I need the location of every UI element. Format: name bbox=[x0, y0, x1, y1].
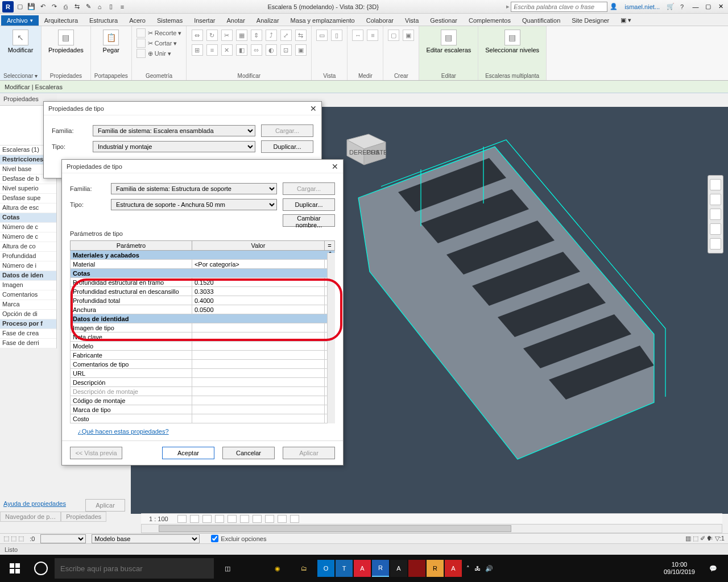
create-icon[interactable]: ▢ bbox=[388, 30, 399, 41]
more-icon[interactable]: ≡ bbox=[117, 2, 127, 12]
network-icon[interactable]: 🖧 bbox=[474, 565, 481, 572]
close-icon[interactable]: ✕ bbox=[332, 162, 338, 171]
tool-icon[interactable]: ▦ bbox=[236, 30, 247, 41]
sync-icon[interactable]: ⇆ bbox=[72, 2, 82, 12]
vc-icon[interactable] bbox=[177, 515, 187, 523]
taskbar-search-input[interactable] bbox=[55, 558, 214, 579]
tab-overflow[interactable]: ▣ ▾ bbox=[615, 15, 637, 26]
save-icon[interactable]: 💾 bbox=[26, 2, 36, 12]
select-levels-button[interactable]: ▤Seleccionar niveles bbox=[482, 27, 543, 56]
view-scale[interactable]: 1 : 100 bbox=[143, 516, 174, 522]
nav-look-icon[interactable] bbox=[710, 238, 721, 250]
volume-icon[interactable]: 🔊 bbox=[485, 565, 493, 572]
preview-button[interactable]: << Vista previa bbox=[70, 447, 122, 459]
app-icon[interactable] bbox=[408, 560, 425, 577]
app-icon[interactable]: A bbox=[390, 560, 407, 577]
ok-button[interactable]: Aceptar bbox=[162, 447, 214, 459]
chrome-icon[interactable]: ◉ bbox=[265, 556, 290, 581]
task-view-icon[interactable]: ◫ bbox=[215, 556, 240, 581]
tab-estructura[interactable]: Estructura bbox=[84, 15, 123, 26]
close-icon[interactable]: ✕ bbox=[715, 2, 726, 12]
redo-icon[interactable]: ↷ bbox=[49, 2, 59, 12]
vc-icon[interactable] bbox=[215, 515, 224, 523]
tool-icon[interactable]: ◐ bbox=[266, 44, 277, 56]
tab-sitedesigner[interactable]: Site Designer bbox=[566, 15, 615, 26]
tab-properties[interactable]: Propiedades bbox=[61, 512, 106, 522]
family-select[interactable]: Familia de sistema: Escalera ensamblada bbox=[93, 125, 255, 136]
duplicate-button[interactable]: Duplicar... bbox=[283, 198, 335, 211]
cancel-button[interactable]: Cancelar bbox=[222, 447, 275, 459]
tab-arquitectura[interactable]: Arquitectura bbox=[39, 15, 84, 26]
3d-icon[interactable]: ⌂ bbox=[94, 2, 105, 12]
apply-properties-button[interactable]: Aplicar bbox=[85, 499, 125, 512]
undo-icon[interactable]: ↶ bbox=[38, 2, 48, 12]
tool-icon[interactable]: ⇆ bbox=[295, 30, 307, 41]
outlook-icon[interactable]: O bbox=[317, 560, 334, 577]
vc-icon[interactable] bbox=[240, 515, 249, 523]
tab-vista[interactable]: Vista bbox=[399, 15, 424, 26]
tab-acero[interactable]: Acero bbox=[123, 15, 151, 26]
type-select[interactable]: Industrial y montaje bbox=[93, 141, 255, 152]
vc-icon[interactable] bbox=[278, 515, 287, 523]
tab-analizar[interactable]: Analizar bbox=[251, 15, 285, 26]
workset-select[interactable] bbox=[40, 534, 86, 543]
rename-button[interactable]: Cambiar nombre... bbox=[283, 214, 335, 227]
measure-icon[interactable]: ✎ bbox=[83, 2, 93, 12]
family-select[interactable]: Familia de sistema: Estructura de soport… bbox=[111, 183, 277, 194]
revit-icon[interactable]: R bbox=[372, 560, 389, 577]
tool-icon[interactable]: ✕ bbox=[221, 44, 233, 56]
tab-browser[interactable]: Navegador de p… bbox=[0, 512, 61, 522]
viewport-scrollbar[interactable] bbox=[141, 524, 722, 533]
section-icon[interactable]: ▯ bbox=[106, 2, 116, 12]
tab-anotar[interactable]: Anotar bbox=[221, 15, 250, 26]
view-icon[interactable]: ▭ bbox=[316, 30, 328, 41]
close-icon[interactable]: ✕ bbox=[310, 104, 317, 113]
signin-icon[interactable]: 👤 bbox=[609, 2, 619, 12]
duplicate-button[interactable]: Duplicar... bbox=[261, 140, 313, 153]
vc-icon[interactable] bbox=[190, 515, 199, 523]
tool-icon[interactable]: ↻ bbox=[206, 30, 218, 41]
help-search-input[interactable] bbox=[511, 2, 607, 12]
tab-masa[interactable]: Masa y emplazamiento bbox=[285, 15, 361, 26]
table-scrollbar[interactable] bbox=[327, 253, 335, 423]
tool-icon[interactable]: ⤢ bbox=[280, 30, 292, 41]
nav-wheel-icon[interactable] bbox=[710, 179, 721, 190]
tool-icon[interactable]: ⊞ bbox=[192, 44, 203, 56]
vc-icon[interactable] bbox=[228, 515, 237, 523]
vc-icon[interactable] bbox=[265, 515, 274, 523]
tool-icon[interactable]: ✂ bbox=[221, 30, 233, 41]
print-icon[interactable]: ⎙ bbox=[60, 2, 71, 12]
filter-icons[interactable]: ▥ ⬚ ✐ 🗣 ▽:1 bbox=[685, 535, 725, 542]
properties-help-link[interactable]: Ayuda de propiedades bbox=[3, 500, 66, 507]
user-label[interactable]: ismael.niet... bbox=[624, 3, 660, 10]
tab-colaborar[interactable]: Colaborar bbox=[361, 15, 399, 26]
measure-icon[interactable]: ↔ bbox=[352, 30, 363, 41]
exclude-checkbox[interactable]: Excluir opciones bbox=[211, 535, 266, 542]
unir-button[interactable]: ⊕ Unir ▾ bbox=[136, 49, 182, 58]
cortar-button[interactable]: ✂ Cortar ▾ bbox=[136, 39, 182, 48]
create-icon[interactable]: ▣ bbox=[403, 30, 414, 41]
tab-quantification[interactable]: Quantification bbox=[516, 15, 566, 26]
help-icon[interactable]: ? bbox=[677, 2, 687, 12]
tool-icon[interactable]: ⇔ bbox=[192, 30, 203, 41]
open-icon[interactable]: ▢ bbox=[15, 2, 25, 12]
measure-icon[interactable]: ≡ bbox=[367, 30, 378, 41]
tool-icon[interactable]: ⇕ bbox=[251, 30, 262, 41]
design-option-select[interactable]: Modelo base bbox=[92, 534, 200, 543]
view-icon[interactable]: ▯ bbox=[331, 30, 342, 41]
properties-help-link[interactable]: ¿Qué hacen estas propiedades? bbox=[70, 423, 177, 435]
tool-icon[interactable]: ⤴ bbox=[266, 30, 277, 41]
nav-pan-icon[interactable] bbox=[710, 194, 721, 205]
autocad-icon[interactable]: A bbox=[354, 560, 371, 577]
tray-chevron-icon[interactable]: ˄ bbox=[466, 565, 470, 572]
app-badge[interactable]: R bbox=[2, 1, 14, 13]
tab-gestionar[interactable]: Gestionar bbox=[424, 15, 463, 26]
vc-icon[interactable] bbox=[202, 515, 212, 523]
minimize-icon[interactable]: — bbox=[690, 2, 701, 12]
vc-icon[interactable] bbox=[290, 515, 299, 523]
restore-icon[interactable]: ▢ bbox=[703, 2, 713, 12]
nav-orbit-icon[interactable] bbox=[710, 223, 721, 235]
app-icon[interactable]: R bbox=[427, 560, 444, 577]
tab-archivo[interactable]: Archivo bbox=[1, 15, 39, 26]
app-icon[interactable]: A bbox=[445, 560, 462, 577]
